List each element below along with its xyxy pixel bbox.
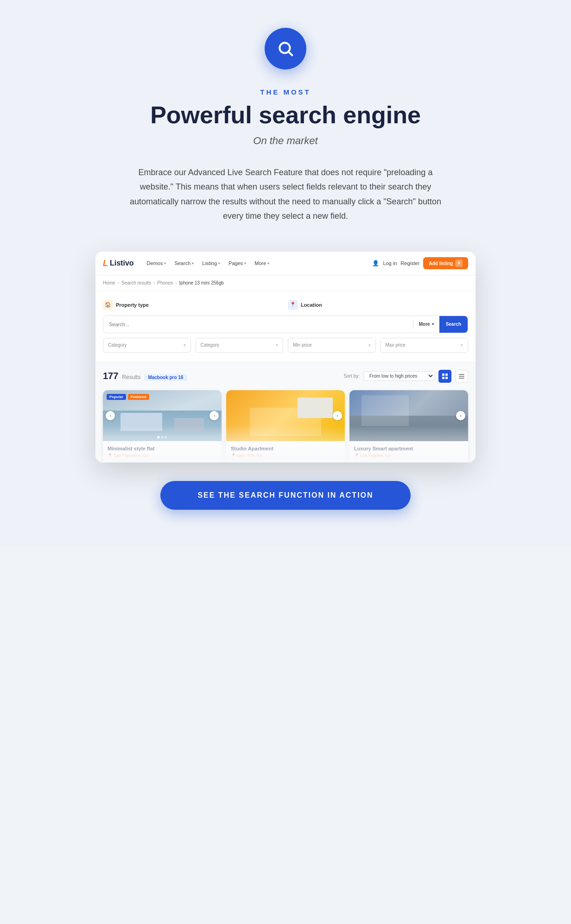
results-tag: Macbook pro 16 xyxy=(144,374,187,381)
min-price-filter[interactable]: Min price ▾ xyxy=(288,338,376,353)
breadcrumb-search[interactable]: Search results xyxy=(121,280,151,285)
nav-item-more[interactable]: More ▾ xyxy=(251,259,273,268)
svg-rect-3 xyxy=(445,373,448,376)
hero-description: Embrace our Advanced Live Search Feature… xyxy=(123,165,448,224)
dot xyxy=(158,436,160,438)
plus-icon: + xyxy=(455,259,463,267)
category-filter-1[interactable]: Category ▾ xyxy=(103,338,191,353)
location-label: 📍 Location xyxy=(288,300,322,310)
results-count: 177 Results Macbook pro 16 xyxy=(103,371,187,381)
logo-text: L xyxy=(103,259,108,268)
chevron-icon: ▾ xyxy=(192,261,194,266)
chevron-icon: ▾ xyxy=(218,261,220,266)
separator: › xyxy=(118,280,119,285)
svg-rect-2 xyxy=(442,373,444,376)
filter-row: Category ▾ Category ▾ Min price ▾ Max pr… xyxy=(103,338,468,353)
card-image: › xyxy=(349,390,468,441)
add-listing-button[interactable]: Add listing + xyxy=(423,257,468,269)
svg-rect-5 xyxy=(445,377,448,379)
search-bar-row: More ▾ Search xyxy=(103,316,468,333)
search-input[interactable] xyxy=(103,322,413,327)
nav-item-search[interactable]: Search ▾ xyxy=(171,259,197,268)
chevron-icon: ▾ xyxy=(267,261,269,266)
search-labels: 🏠 Property type 📍 Location xyxy=(103,300,468,310)
more-button[interactable]: More ▾ xyxy=(413,316,439,333)
hero-search-icon xyxy=(265,28,306,70)
chevron-icon: ▾ xyxy=(164,261,166,266)
separator: › xyxy=(175,280,177,285)
nav-item-pages[interactable]: Pages ▾ xyxy=(225,259,250,268)
mock-logo: L Listivo xyxy=(103,259,134,268)
search-bar: More ▾ Search xyxy=(103,316,468,333)
login-link[interactable]: Log in xyxy=(383,260,397,266)
property-type-label: 🏠 Property type xyxy=(103,300,149,310)
cta-section: SEE THE SEARCH FUNCTION IN ACTION xyxy=(160,481,410,510)
category-filter-2[interactable]: Category ▾ xyxy=(196,338,284,353)
dot xyxy=(161,436,164,438)
svg-rect-8 xyxy=(459,378,464,379)
card-body: Luxury Smart apartment 📍 Los Angeles, CA xyxy=(349,441,468,462)
nav-item-listing[interactable]: Listing ▾ xyxy=(198,259,224,268)
svg-rect-6 xyxy=(459,374,464,375)
list-view-button[interactable] xyxy=(455,370,468,383)
property-icon: 🏠 xyxy=(103,300,113,310)
dropdown-arrow-icon: ▾ xyxy=(276,343,278,348)
card-dots xyxy=(158,436,167,438)
location-pin-icon: 📍 xyxy=(231,453,236,458)
results-controls: Sort by: From low to high prices xyxy=(344,370,468,383)
cta-button[interactable]: SEE THE SEARCH FUNCTION IN ACTION xyxy=(160,481,410,510)
hero-subtitle: THE MOST xyxy=(150,88,421,96)
search-button[interactable]: Search xyxy=(439,316,468,333)
card-prev-button[interactable]: ‹ xyxy=(106,411,115,420)
list-icon xyxy=(459,373,464,379)
sort-select[interactable]: From low to high prices xyxy=(363,371,435,381)
dropdown-arrow-icon: ▾ xyxy=(368,343,371,348)
register-link[interactable]: Register xyxy=(400,260,419,266)
location-pin-icon: 📍 xyxy=(354,453,359,458)
card-title: Studio Apartment xyxy=(231,446,340,451)
results-number: 177 xyxy=(103,371,118,381)
property-card[interactable]: › Studio Apartment 📍 New York, NY xyxy=(226,390,345,462)
card-image: Popular Featured ‹ › xyxy=(103,390,222,441)
property-cards: Popular Featured ‹ › Minimalist style fl… xyxy=(103,390,468,462)
breadcrumb-phones[interactable]: Phones xyxy=(157,280,173,285)
breadcrumb-home[interactable]: Home xyxy=(103,280,115,285)
hero-title: Powerful search engine xyxy=(150,101,421,129)
breadcrumb-current: Iphone 13 mini 256gb xyxy=(179,280,224,285)
card-next-button[interactable]: › xyxy=(209,411,219,420)
mock-nav-right: 👤 Log in Register Add listing + xyxy=(372,257,468,269)
grid-icon xyxy=(442,373,448,379)
more-chevron-icon: ▾ xyxy=(432,322,434,326)
dropdown-arrow-icon: ▾ xyxy=(461,343,463,348)
card-next-button[interactable]: › xyxy=(333,411,342,420)
card-image: › xyxy=(226,390,345,441)
property-card[interactable]: Popular Featured ‹ › Minimalist style fl… xyxy=(103,390,222,462)
max-price-filter[interactable]: Max price ▾ xyxy=(381,338,469,353)
nav-item-demos[interactable]: Demos ▾ xyxy=(143,259,170,268)
card-title: Minimalist style flat xyxy=(108,446,217,451)
card-body: Studio Apartment 📍 New York, NY xyxy=(226,441,345,462)
hero-tagline: On the market xyxy=(150,135,421,147)
mock-nav-items: Demos ▾ Search ▾ Listing ▾ Pages ▾ More xyxy=(143,259,363,268)
results-header: 177 Results Macbook pro 16 Sort by: From… xyxy=(103,370,468,383)
mock-navbar: L Listivo Demos ▾ Search ▾ Listing ▾ Pag… xyxy=(95,252,476,276)
card-next-button[interactable]: › xyxy=(456,411,465,420)
popular-badge: Popular xyxy=(107,394,126,400)
card-title: Luxury Smart apartment xyxy=(354,446,463,451)
browser-mockup: L Listivo Demos ▾ Search ▾ Listing ▾ Pag… xyxy=(95,252,476,462)
location-icon: 📍 xyxy=(288,300,298,310)
location-pin-icon: 📍 xyxy=(108,453,113,458)
search-panel: 🏠 Property type 📍 Location More ▾ xyxy=(95,291,476,362)
separator: › xyxy=(153,280,155,285)
svg-rect-4 xyxy=(442,377,444,379)
hero-section: THE MOST Powerful search engine On the m… xyxy=(150,88,421,147)
card-badges: Popular Featured xyxy=(107,394,149,400)
dropdown-arrow-icon: ▾ xyxy=(184,343,186,348)
card-body: Minimalist style flat 📍 San Francisco, C… xyxy=(103,441,222,462)
grid-view-button[interactable] xyxy=(438,370,451,383)
dot xyxy=(165,436,167,438)
sort-label: Sort by: xyxy=(344,373,360,379)
chevron-icon: ▾ xyxy=(244,261,246,266)
results-section: 177 Results Macbook pro 16 Sort by: From… xyxy=(95,362,476,462)
property-card[interactable]: › Luxury Smart apartment 📍 Los Angeles, … xyxy=(349,390,468,462)
